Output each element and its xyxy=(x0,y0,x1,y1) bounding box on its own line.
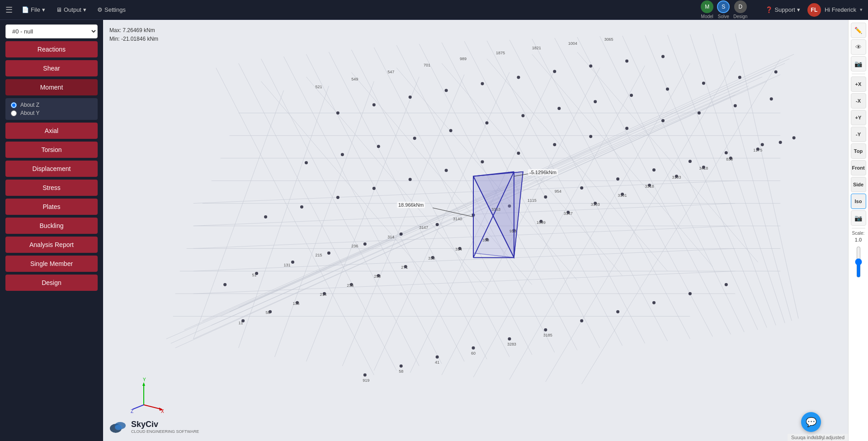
svg-text:1115: 1115 xyxy=(528,198,537,203)
svg-point-122 xyxy=(770,97,773,100)
plates-button[interactable]: Plates xyxy=(5,199,98,215)
front-view-button[interactable]: Front xyxy=(851,160,866,175)
chat-bubble[interactable]: 💬 xyxy=(801,412,821,432)
svg-text:3101: 3101 xyxy=(618,193,627,198)
scale-label: Scale: xyxy=(852,231,865,236)
analysis-report-button[interactable]: Analysis Report xyxy=(5,237,98,253)
svg-text:339: 339 xyxy=(482,238,489,242)
side-view-button[interactable]: Side xyxy=(851,177,866,192)
svg-point-136 xyxy=(774,70,778,73)
svg-point-112 xyxy=(409,178,412,181)
mode-model-label: Model xyxy=(701,14,713,19)
svg-point-157 xyxy=(725,283,728,286)
svg-point-118 xyxy=(625,127,628,130)
svg-text:1175: 1175 xyxy=(753,148,762,152)
user-button[interactable]: FL Hi Frederick ▾ xyxy=(807,3,863,17)
single-member-button[interactable]: Single Member xyxy=(5,256,98,272)
displacement-button[interactable]: Displacement xyxy=(5,161,98,177)
svg-point-93 xyxy=(291,261,294,264)
minus-x-view-button[interactable]: -X xyxy=(851,93,866,109)
svg-text:41: 41 xyxy=(435,360,439,365)
svg-text:3283: 3283 xyxy=(507,342,516,346)
mode-switcher: M Model S Solve D Design xyxy=(701,0,747,19)
torsion-button[interactable]: Torsion xyxy=(5,142,98,158)
axial-button[interactable]: Axial xyxy=(5,123,98,139)
file-menu[interactable]: 📄 File ▾ xyxy=(22,6,45,13)
svg-text:1004: 1004 xyxy=(568,41,577,46)
svg-text:3140: 3140 xyxy=(453,217,462,221)
viewport[interactable]: Max: 7.26469 kNm Min: -21.01846 kNm xyxy=(103,20,848,441)
svg-point-116 xyxy=(553,143,556,146)
axis-indicator: Y Z X xyxy=(130,378,166,414)
mode-design-label: Design xyxy=(733,14,747,19)
top-view-button[interactable]: Top xyxy=(851,143,866,159)
minus-y-view-button[interactable]: -Y xyxy=(851,127,866,142)
about-y-input[interactable] xyxy=(11,110,17,116)
svg-text:3065: 3065 xyxy=(604,37,613,42)
svg-point-108 xyxy=(264,215,267,218)
support-button[interactable]: ❓ Support ▾ xyxy=(765,6,800,13)
buckling-button[interactable]: Buckling xyxy=(5,218,98,234)
mode-design-btn[interactable]: D Design xyxy=(733,0,747,19)
mode-solve-btn[interactable]: S Solve xyxy=(717,0,730,19)
svg-point-129 xyxy=(521,114,524,117)
about-z-label: About Z xyxy=(20,102,39,108)
toolbar-divider-1 xyxy=(852,74,865,74)
svg-point-141 xyxy=(481,82,484,85)
settings-icon: ⚙ xyxy=(97,6,103,13)
svg-point-144 xyxy=(589,64,592,67)
svg-point-145 xyxy=(625,59,628,62)
menu-icon[interactable]: ☰ xyxy=(5,5,13,15)
snapshot-button[interactable]: 📷 xyxy=(851,210,866,226)
screenshot-tool-button[interactable]: 📷 xyxy=(851,56,866,71)
svg-text:131: 131 xyxy=(284,263,291,267)
stress-button[interactable]: Stress xyxy=(5,180,98,196)
reactions-button[interactable]: Reactions xyxy=(5,41,98,57)
settings-menu[interactable]: ⚙ Settings xyxy=(97,6,126,13)
support-label: Support xyxy=(774,6,795,13)
svg-point-127 xyxy=(449,129,453,132)
svg-text:Y: Y xyxy=(143,378,146,382)
svg-point-94 xyxy=(327,251,330,255)
scale-slider[interactable] xyxy=(854,246,863,278)
svg-text:135: 135 xyxy=(292,301,299,306)
svg-text:1821: 1821 xyxy=(532,46,541,50)
viewport-info: Max: 7.26469 kNm Min: -21.01846 kNm xyxy=(109,26,158,43)
about-z-input[interactable] xyxy=(11,102,17,108)
topbar-right: ❓ Support ▾ FL Hi Frederick ▾ xyxy=(765,3,863,17)
svg-text:989: 989 xyxy=(460,57,467,61)
output-chevron: ▾ xyxy=(83,6,86,13)
svg-point-135 xyxy=(738,76,741,79)
svg-point-128 xyxy=(485,121,488,124)
svg-text:3147: 3147 xyxy=(564,211,573,216)
moment-button[interactable]: Moment xyxy=(5,79,98,95)
topbar: ☰ 📄 File ▾ 🖥 Output ▾ ⚙ Settings M Model… xyxy=(0,0,868,20)
draw-tool-button[interactable]: ✏️ xyxy=(851,23,866,38)
shear-button[interactable]: Shear xyxy=(5,60,98,76)
output-menu[interactable]: 🖥 Output ▾ xyxy=(56,6,86,13)
design-button[interactable]: Design xyxy=(5,275,98,291)
mode-model-icon: M xyxy=(701,0,713,13)
skyciv-logo-text: SkyCiv CLOUD ENGINEERING SOFTWARE xyxy=(131,420,199,434)
about-z-radio[interactable]: About Z xyxy=(11,102,92,108)
svg-text:60: 60 xyxy=(471,351,476,356)
load-case-select[interactable]: #0 - null xyxy=(5,24,98,38)
svg-point-95 xyxy=(363,242,367,246)
svg-text:3185: 3185 xyxy=(543,333,552,337)
visibility-button[interactable]: 👁 xyxy=(851,39,866,55)
svg-point-124 xyxy=(341,153,344,156)
svg-text:258: 258 xyxy=(374,274,381,279)
file-chevron: ▾ xyxy=(42,6,45,13)
plus-y-view-button[interactable]: +Y xyxy=(851,110,866,125)
svg-point-102 xyxy=(616,177,619,180)
logo-area: SkyCiv CLOUD ENGINEERING SOFTWARE xyxy=(109,418,199,435)
iso-view-button[interactable]: Iso xyxy=(851,194,866,209)
svg-text:1875: 1875 xyxy=(496,51,505,55)
svg-point-149 xyxy=(436,356,439,359)
svg-text:215: 215 xyxy=(315,253,322,257)
avatar: FL xyxy=(807,3,821,17)
user-chevron: ▾ xyxy=(860,7,863,13)
about-y-radio[interactable]: About Y xyxy=(11,110,92,116)
plus-x-view-button[interactable]: +X xyxy=(851,76,866,92)
mode-model-btn[interactable]: M Model xyxy=(701,0,713,19)
